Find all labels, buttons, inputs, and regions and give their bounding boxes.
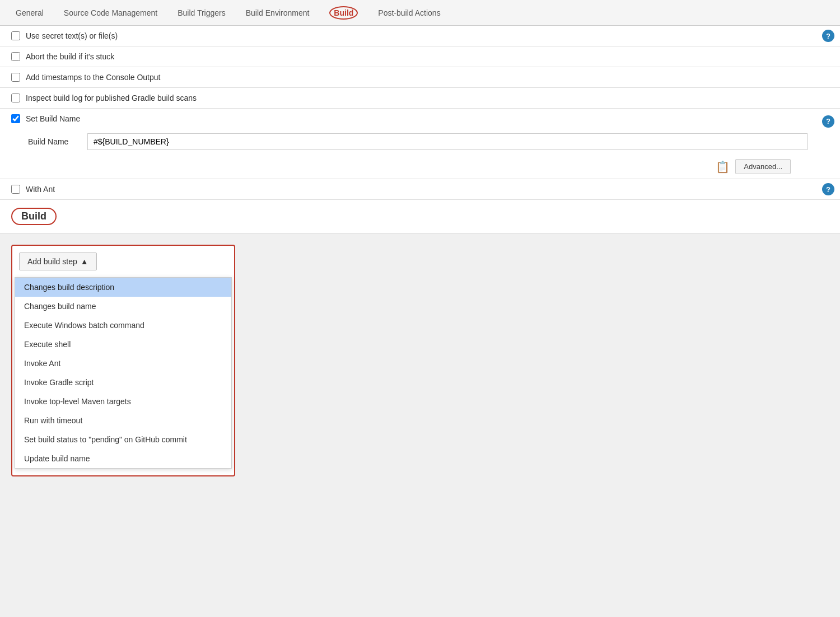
with-ant-checkbox-row: With Ant: [0, 179, 822, 199]
dropdown-item-set-build-status[interactable]: Set build status to "pending" on GitHub …: [15, 430, 231, 449]
add-build-step-arrow-icon: ▲: [81, 257, 88, 266]
set-build-name-help-icon[interactable]: ?: [822, 115, 834, 128]
add-timestamps-checkbox[interactable]: [11, 73, 20, 82]
inspect-gradle-label: Inspect build log for published Gradle b…: [26, 94, 197, 102]
tab-post-build[interactable]: Post-build Actions: [368, 2, 450, 24]
abort-stuck-label: Abort the build if it's stuck: [26, 52, 114, 61]
with-ant-checkbox[interactable]: [11, 185, 20, 194]
dropdown-item-execute-shell[interactable]: Execute shell: [15, 335, 231, 354]
with-ant-help-icon[interactable]: ?: [822, 183, 834, 195]
abort-stuck-checkbox[interactable]: [11, 52, 20, 61]
dropdown-item-invoke-maven[interactable]: Invoke top-level Maven targets: [15, 392, 231, 411]
dropdown-item-execute-windows[interactable]: Execute Windows batch command: [15, 316, 231, 335]
with-ant-label: With Ant: [26, 185, 55, 194]
build-name-input[interactable]: [87, 133, 808, 150]
build-step-dropdown: Changes build description Changes build …: [15, 277, 232, 469]
advanced-row: 📋 Advanced...: [0, 155, 819, 179]
dropdown-item-invoke-gradle[interactable]: Invoke Gradle script: [15, 373, 231, 392]
tab-general[interactable]: General: [6, 2, 54, 24]
tab-source-code[interactable]: Source Code Management: [54, 2, 167, 24]
dropdown-item-changes-build-name[interactable]: Changes build name: [15, 297, 231, 316]
with-ant-row: With Ant ?: [0, 179, 840, 199]
dropdown-item-update-build-name[interactable]: Update build name: [15, 449, 231, 468]
inspect-gradle-checkbox-row: Inspect build log for published Gradle b…: [0, 88, 840, 108]
tab-build-label: Build: [329, 6, 358, 20]
set-build-name-checkbox-row: Set Build Name: [0, 109, 819, 129]
inspect-gradle-checkbox[interactable]: [11, 94, 20, 102]
build-step-container: Add build step ▲ Changes build descripti…: [11, 245, 235, 476]
nav-tabs: General Source Code Management Build Tri…: [0, 0, 840, 26]
add-build-step-button[interactable]: Add build step ▲: [19, 253, 97, 270]
dropdown-item-invoke-ant[interactable]: Invoke Ant: [15, 354, 231, 373]
set-build-name-checkbox[interactable]: [11, 114, 20, 123]
use-secret-help-icon[interactable]: ?: [822, 30, 834, 42]
add-build-step-label: Add build step: [27, 257, 77, 266]
use-secret-checkbox[interactable]: [11, 31, 20, 40]
build-section-body: Add build step ▲ Changes build descripti…: [0, 233, 840, 488]
dropdown-item-run-timeout[interactable]: Run with timeout: [15, 411, 231, 430]
build-section-title: Build: [11, 208, 57, 225]
use-secret-checkbox-row: Use secret text(s) or file(s): [0, 26, 822, 46]
build-section-title-bar: Build: [0, 200, 840, 233]
add-timestamps-label: Add timestamps to the Console Output: [26, 73, 160, 82]
tab-build[interactable]: Build: [319, 0, 368, 26]
tab-build-environment[interactable]: Build Environment: [236, 2, 320, 24]
build-name-row: Build Name: [0, 129, 819, 155]
add-timestamps-checkbox-row: Add timestamps to the Console Output: [0, 67, 840, 87]
set-build-name-label: Set Build Name: [26, 114, 80, 123]
set-build-name-row: Set Build Name Build Name 📋 Advanced... …: [0, 109, 840, 179]
dropdown-item-changes-build-desc[interactable]: Changes build description: [15, 278, 231, 297]
abort-stuck-checkbox-row: Abort the build if it's stuck: [0, 46, 840, 67]
use-secret-label: Use secret text(s) or file(s): [26, 31, 118, 40]
use-secret-row: Use secret text(s) or file(s) ?: [0, 26, 840, 46]
build-environment-section: Use secret text(s) or file(s) ? Abort th…: [0, 26, 840, 200]
tab-build-triggers[interactable]: Build Triggers: [167, 2, 236, 24]
advanced-button[interactable]: Advanced...: [735, 159, 791, 174]
edit-icon: 📋: [716, 160, 730, 174]
build-name-field-label: Build Name: [28, 137, 78, 146]
